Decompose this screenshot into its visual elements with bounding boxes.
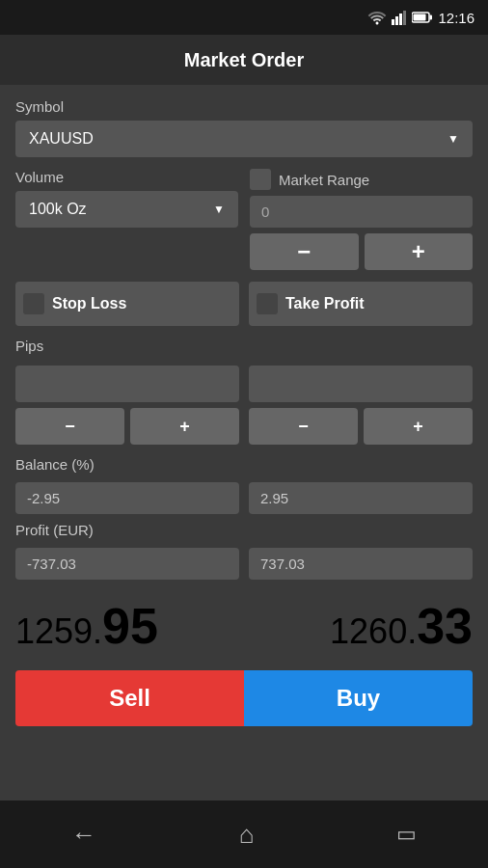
take-profit-checkbox xyxy=(257,293,278,314)
market-range-header: Market Range xyxy=(250,169,473,190)
stop-loss-pips-minus-button[interactable]: − xyxy=(15,408,124,445)
svg-rect-3 xyxy=(403,11,406,25)
buy-price-small: 1260. xyxy=(330,611,417,651)
pips-inputs-row: − + − + xyxy=(15,366,473,445)
stop-loss-pips-input[interactable] xyxy=(15,366,239,402)
take-profit-pips-input[interactable] xyxy=(249,366,473,402)
market-range-section: Market Range 0 − + xyxy=(250,169,473,270)
profit-sell-value: -737.03 xyxy=(15,548,239,580)
plus-icon: + xyxy=(412,240,425,263)
volume-dropdown[interactable]: 100k Oz ▼ xyxy=(15,191,238,228)
balance-label: Balance (%) xyxy=(15,456,473,473)
minus-icon: − xyxy=(297,240,311,263)
stop-loss-pips-group: − + xyxy=(15,366,239,445)
pips-label: Pips xyxy=(15,338,473,354)
sl-tp-row: Stop Loss Take Profit xyxy=(15,282,473,326)
take-profit-pips-buttons: − + xyxy=(249,408,473,445)
take-profit-label: Take Profit xyxy=(285,295,365,312)
symbol-dropdown[interactable]: XAUUSD ▼ xyxy=(15,121,473,157)
take-profit-pips-minus-button[interactable]: − xyxy=(249,408,358,445)
sl-minus-icon: − xyxy=(65,417,75,437)
back-button[interactable]: ← xyxy=(71,820,96,850)
wifi-icon xyxy=(367,10,387,25)
sell-price-large: 95 xyxy=(102,598,158,654)
svg-rect-5 xyxy=(414,14,426,21)
balance-buy-value: 2.95 xyxy=(249,482,473,514)
title-bar: Market Order xyxy=(0,35,488,85)
main-content: Symbol XAUUSD ▼ Volume 100k Oz ▼ Market … xyxy=(0,85,488,800)
sell-price-small: 1259. xyxy=(15,611,102,651)
balance-values: -2.95 2.95 xyxy=(15,482,473,514)
balance-sell-value: -2.95 xyxy=(15,482,239,514)
home-button[interactable]: ⌂ xyxy=(239,820,255,850)
volume-value: 100k Oz xyxy=(29,201,87,218)
symbol-section: Symbol XAUUSD ▼ xyxy=(15,98,473,157)
sl-plus-icon: + xyxy=(179,417,190,437)
tp-plus-icon: + xyxy=(413,417,423,437)
sell-button[interactable]: Sell xyxy=(15,670,244,726)
svg-rect-2 xyxy=(399,14,402,25)
market-range-checkbox[interactable] xyxy=(250,169,271,190)
volume-dropdown-arrow: ▼ xyxy=(213,203,225,216)
stop-loss-pips-plus-button[interactable]: + xyxy=(130,408,239,445)
market-range-plus-button[interactable]: + xyxy=(365,233,474,270)
status-bar: 12:16 xyxy=(0,0,488,35)
pips-section: Pips − + − xyxy=(15,338,473,445)
tp-minus-icon: − xyxy=(298,417,309,437)
take-profit-pips-group: − + xyxy=(249,366,473,445)
stop-loss-button[interactable]: Stop Loss xyxy=(15,282,239,326)
balance-row: Balance (%) -2.95 2.95 xyxy=(15,456,473,514)
sell-price: 1259.95 xyxy=(15,597,158,655)
market-range-minus-button[interactable]: − xyxy=(250,233,359,270)
stop-loss-pips-buttons: − + xyxy=(15,408,239,445)
profit-values: -737.03 737.03 xyxy=(15,548,473,580)
symbol-value: XAUUSD xyxy=(29,130,94,148)
svg-rect-0 xyxy=(392,19,394,25)
recent-button[interactable]: ▭ xyxy=(396,822,417,847)
take-profit-button[interactable]: Take Profit xyxy=(249,282,473,326)
volume-section: Volume 100k Oz ▼ xyxy=(15,169,238,228)
status-time: 12:16 xyxy=(438,10,474,26)
svg-rect-1 xyxy=(395,16,398,25)
symbol-label: Symbol xyxy=(15,98,473,115)
volume-label: Volume xyxy=(15,169,238,185)
svg-rect-6 xyxy=(430,15,433,20)
stop-loss-label: Stop Loss xyxy=(52,295,126,312)
status-icons: 12:16 xyxy=(367,10,474,26)
market-range-value: 0 xyxy=(250,196,473,228)
symbol-dropdown-arrow: ▼ xyxy=(447,132,459,146)
market-range-buttons: − + xyxy=(250,233,473,270)
buy-price-large: 33 xyxy=(417,598,473,654)
battery-icon xyxy=(412,11,433,24)
profit-label: Profit (EUR) xyxy=(15,522,473,538)
profit-buy-value: 737.03 xyxy=(249,548,473,580)
price-row: 1259.95 1260.33 xyxy=(15,593,473,659)
market-range-label: Market Range xyxy=(279,172,369,188)
take-profit-pips-plus-button[interactable]: + xyxy=(364,408,473,445)
buy-price: 1260.33 xyxy=(330,597,473,655)
profit-row: Profit (EUR) -737.03 737.03 xyxy=(15,522,473,580)
buy-button[interactable]: Buy xyxy=(244,670,473,726)
stop-loss-checkbox xyxy=(23,293,44,314)
balance-profit-section: Balance (%) -2.95 2.95 Profit (EUR) -737… xyxy=(15,456,473,580)
trade-buttons: Sell Buy xyxy=(15,670,473,726)
nav-bar: ← ⌂ ▭ xyxy=(0,800,488,868)
signal-icon xyxy=(392,10,407,25)
page-title: Market Order xyxy=(184,49,305,71)
volume-market-row: Volume 100k Oz ▼ Market Range 0 − + xyxy=(15,169,473,270)
